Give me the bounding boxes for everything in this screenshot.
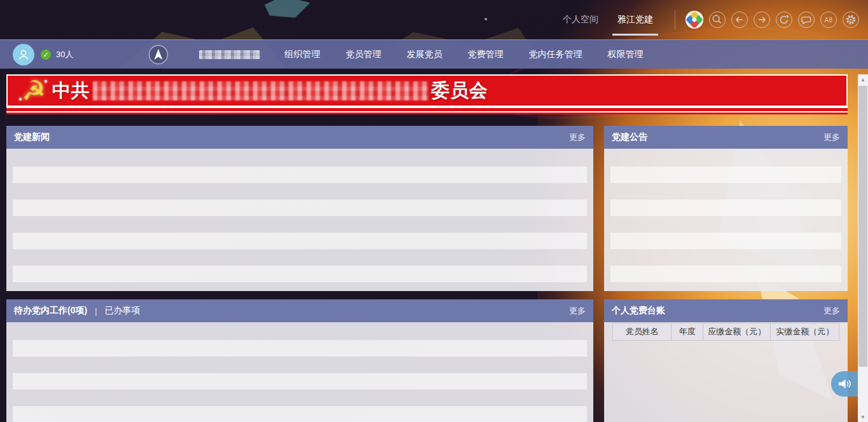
check-icon: ✓	[41, 50, 51, 60]
list-item-placeholder	[13, 266, 587, 282]
active-tab-underline	[612, 34, 658, 36]
more-link[interactable]: 更多	[569, 132, 586, 143]
panel-party-tasks: 待办党内工作(0项) | 已办事项 更多	[6, 299, 593, 422]
nav-menu-item[interactable]: 党费管理	[467, 49, 503, 60]
panel-fee-ledger: 个人党费台账 更多 党员姓名年度应缴金额（元）实缴金额（元）	[604, 299, 848, 422]
header-divider	[675, 10, 675, 29]
app-logo-icon[interactable]	[685, 11, 703, 29]
panel-title: 党建公告	[612, 132, 647, 143]
panel-body: 党员姓名年度应缴金额（元）实缴金额（元）	[604, 322, 848, 422]
list-item-placeholder	[13, 340, 587, 357]
panel-header: 党建新闻 更多	[6, 126, 593, 149]
scroll-up-arrow[interactable]: ▲	[858, 74, 868, 85]
scroll-down-arrow[interactable]: ▼	[858, 412, 868, 422]
forward-icon[interactable]	[754, 11, 770, 28]
nav-menu-list: 组织管理党员管理发展党员党费管理党内任务管理权限管理	[284, 49, 643, 60]
top-header: 个人空间 雅江党建	[0, 0, 868, 39]
redacted-org-name	[199, 50, 260, 59]
panel-body	[604, 149, 848, 291]
back-icon[interactable]	[731, 11, 748, 28]
vertical-scrollbar: ▲ ▼	[858, 74, 868, 422]
list-item-placeholder	[13, 200, 587, 216]
list-item-placeholder	[13, 406, 587, 422]
user-avatar[interactable]	[13, 44, 34, 65]
a8-label: A8	[824, 17, 832, 24]
panel-body	[6, 322, 593, 422]
tab-todo-tasks[interactable]: 待办党内工作(0项)	[14, 305, 87, 316]
speaker-button[interactable]	[831, 371, 858, 397]
list-item-placeholder	[610, 167, 841, 183]
fee-column-header: 实缴金额（元）	[771, 323, 839, 340]
header-tabs: 个人空间 雅江党建	[561, 11, 654, 28]
panel-header: 待办党内工作(0项) | 已办事项 更多	[6, 299, 593, 322]
banner-stripe	[6, 112, 848, 114]
tab-label: 雅江党建	[617, 14, 653, 24]
panel-body	[6, 149, 593, 291]
committee-banner: ☭ 中共 委员会	[6, 74, 848, 114]
settings-gear-icon[interactable]	[843, 11, 859, 28]
main-navbar: ✓ 30人 组织管理党员管理发展党员党费管理党内任务管理权限管理	[0, 39, 868, 69]
title-separator: |	[95, 306, 97, 316]
panel-header: 党建公告 更多	[604, 126, 848, 149]
fee-column-header: 党员姓名	[613, 323, 672, 340]
more-link[interactable]: 更多	[569, 305, 586, 316]
fee-column-header: 年度	[672, 323, 703, 340]
more-link[interactable]: 更多	[823, 305, 840, 316]
panel-party-news: 党建新闻 更多	[6, 126, 593, 291]
nav-menu-item[interactable]: 发展党员	[406, 49, 442, 60]
tab-personal-space[interactable]: 个人空间	[561, 11, 600, 28]
panel-title: 个人党费台账	[612, 305, 665, 316]
banner-suffix: 委员会	[431, 78, 488, 104]
navigation-compass-icon[interactable]	[148, 44, 169, 65]
nav-menu-item[interactable]: 权限管理	[607, 49, 643, 60]
list-item-placeholder	[610, 200, 841, 216]
search-icon[interactable]	[709, 11, 726, 28]
fee-column-header: 应缴金额（元）	[703, 323, 771, 340]
panel-header: 个人党费台账 更多	[604, 299, 848, 322]
nav-menu-item[interactable]: 党员管理	[345, 49, 381, 60]
list-item-placeholder	[13, 373, 587, 390]
refresh-icon[interactable]	[776, 11, 792, 28]
banner-prefix: 中共	[52, 78, 90, 104]
nav-menu-item[interactable]: 组织管理	[284, 49, 320, 60]
panel-title: 党建新闻	[14, 132, 50, 143]
a8-badge-icon[interactable]: A8	[820, 11, 837, 28]
tab-yajiang-dangjian[interactable]: 雅江党建	[616, 11, 654, 28]
scrollbar-thumb[interactable]	[858, 86, 867, 367]
list-item-placeholder	[610, 233, 841, 249]
chat-icon[interactable]	[798, 11, 815, 28]
list-item-placeholder	[610, 266, 841, 282]
party-emblem-icon: ☭	[22, 78, 46, 104]
list-item-placeholder	[13, 233, 587, 249]
fee-table-header-row: 党员姓名年度应缴金额（元）实缴金额（元）	[612, 323, 839, 341]
panel-party-notice: 党建公告 更多	[604, 126, 848, 291]
redacted-banner-name	[93, 81, 429, 100]
banner-red-box: ☭ 中共 委员会	[6, 74, 848, 107]
tab-done-tasks[interactable]: 已办事项	[105, 305, 141, 316]
speaker-icon	[837, 377, 852, 391]
app-window: 个人空间 雅江党建	[0, 0, 868, 422]
nav-menu-item[interactable]: 党内任务管理	[528, 49, 582, 60]
header-icon-row: A8	[685, 11, 859, 29]
more-link[interactable]: 更多	[823, 132, 840, 143]
list-item-placeholder	[13, 167, 587, 183]
member-count: 30人	[56, 49, 73, 60]
